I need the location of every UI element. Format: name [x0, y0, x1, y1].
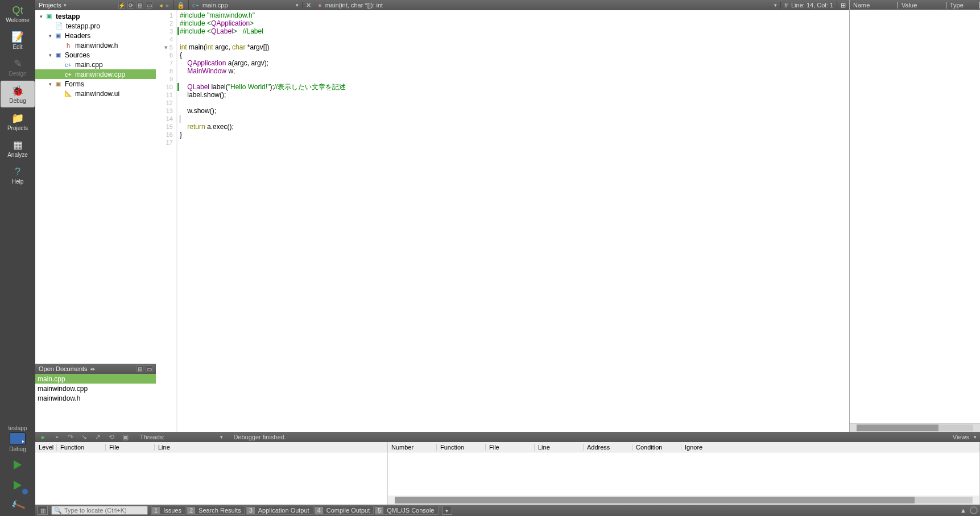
hscrollbar[interactable] — [850, 423, 980, 432]
col-value[interactable]: Value — [898, 2, 946, 9]
col-file[interactable]: File — [486, 444, 535, 451]
output-tab[interactable]: 1Issues — [151, 506, 185, 515]
continue-icon[interactable]: ▸ — [39, 433, 48, 441]
doc-item-label: mainwindow.cpp — [38, 385, 88, 393]
kit-selector[interactable]: testapp ▸ Debug — [0, 423, 35, 455]
tree-root[interactable]: ▾ ▣ testapp — [35, 11, 156, 21]
split-icon[interactable]: ▭ — [146, 2, 152, 9]
doc-item[interactable]: main.cpp — [35, 374, 156, 384]
mode-analyze[interactable]: ▦ Analyze — [0, 135, 35, 161]
step-over-icon[interactable]: ↷ — [66, 433, 75, 441]
record-icon[interactable]: ▣ — [121, 433, 130, 441]
output-tab-num: 3 — [247, 507, 255, 514]
col-line[interactable]: Line — [155, 444, 387, 451]
close-tab-icon[interactable]: ▾ — [442, 506, 452, 515]
col-line[interactable]: Line — [535, 444, 584, 451]
collapse-icon[interactable]: ▾ — [38, 14, 44, 19]
mode-design[interactable]: ✎ Design — [0, 53, 35, 80]
stack-view[interactable]: Level Function File Line — [35, 442, 388, 505]
tree-sources[interactable]: ▾ ▣ Sources — [35, 50, 156, 60]
tree-file[interactable]: c+ main.cpp — [35, 60, 156, 69]
kit-config-label: Debug — [0, 446, 35, 452]
views-label[interactable]: Views — [953, 434, 969, 440]
play-icon — [14, 460, 22, 469]
output-tab[interactable]: 5QML/JS Console — [375, 506, 438, 515]
editor-symbol[interactable]: main(int, char *[]): int — [325, 2, 383, 9]
filter-icon[interactable]: ⚡ — [118, 2, 125, 9]
add-icon[interactable]: ⊞ — [137, 2, 143, 9]
hscrollbar[interactable] — [388, 496, 979, 505]
bug-icon: 🐞 — [10, 84, 25, 98]
output-tab[interactable]: 2Search Results — [187, 506, 245, 515]
collapse-icon[interactable]: ▾ — [47, 81, 53, 87]
col-function[interactable]: Function — [437, 444, 486, 451]
folder-h-icon: ▣ — [53, 32, 63, 40]
chevron-down-icon[interactable]: ◂▸ — [90, 366, 96, 372]
tree-file[interactable]: c+ mainwindow.cpp — [35, 69, 156, 79]
tree-headers[interactable]: ▾ ▣ Headers — [35, 31, 156, 40]
forward-icon[interactable]: ▸ — [166, 2, 169, 9]
tree-forms[interactable]: ▾ ▣ Forms — [35, 79, 156, 89]
open-docs-list[interactable]: main.cpp mainwindow.cpp mainwindow.h — [35, 374, 156, 432]
doc-item[interactable]: mainwindow.h — [35, 393, 156, 403]
mode-help[interactable]: ? Help — [0, 161, 35, 188]
mode-debug[interactable]: 🐞 Debug — [1, 81, 35, 107]
collapse-icon[interactable]: ▾ — [47, 52, 53, 58]
breakpoints-view[interactable]: Number Function File Line Address Condit… — [388, 442, 980, 505]
mode-welcome[interactable]: Qt Welcome — [0, 0, 35, 27]
doc-item-label: mainwindow.h — [38, 394, 80, 402]
mode-projects[interactable]: 📁 Projects — [0, 108, 35, 135]
status-bar: ▥ 🔍 Type to locate (Ctrl+K) 1Issues2Sear… — [35, 505, 980, 516]
run-debug-button[interactable] — [10, 477, 26, 493]
restart-icon[interactable]: ⟲ — [107, 433, 116, 441]
step-into-icon[interactable]: ↘ — [80, 433, 89, 441]
col-type[interactable]: Type — [946, 2, 980, 9]
stop-icon[interactable]: ▪ — [52, 433, 61, 441]
output-tab[interactable]: 3Application Output — [246, 506, 313, 515]
col-level[interactable]: Level — [35, 444, 57, 451]
chevron-down-icon[interactable]: ▾ — [974, 434, 977, 440]
close-panel-icon[interactable]: ▭ — [146, 365, 152, 372]
back-icon[interactable]: ◂ — [159, 2, 163, 9]
output-tab-num: 1 — [152, 507, 160, 514]
add-icon[interactable]: ⊞ — [137, 365, 143, 372]
expand-icon[interactable]: ▲ — [960, 507, 966, 514]
chevron-down-icon[interactable]: ▾ — [296, 2, 299, 8]
col-condition[interactable]: Condition — [632, 444, 681, 451]
mode-welcome-label: Welcome — [6, 17, 30, 23]
col-address[interactable]: Address — [584, 444, 632, 451]
step-out-icon[interactable]: ↗ — [93, 433, 102, 441]
editor-toolbar: ◂ ▸ 🔒 c+ main.cpp ▾ ✕ ● main(int, char *… — [156, 0, 849, 10]
tree-file[interactable]: 📐 mainwindow.ui — [35, 89, 156, 98]
line-col-label[interactable]: Line: 14, Col: 1 — [791, 2, 833, 9]
tree-file[interactable]: h mainwindow.h — [35, 40, 156, 50]
split-icon[interactable]: ⊞ — [841, 2, 846, 9]
tree-pro[interactable]: 📄 testapp.pro — [35, 21, 156, 31]
editor-filename[interactable]: main.cpp — [202, 2, 228, 9]
run-button[interactable] — [10, 457, 26, 473]
chevron-down-icon[interactable]: ▾ — [64, 2, 67, 8]
col-name[interactable]: Name — [850, 2, 898, 9]
code-area[interactable]: #include "mainwindow.h" #include <QAppli… — [177, 10, 849, 432]
col-ignore[interactable]: Ignore — [681, 444, 979, 451]
line-gutter[interactable]: 1 2 3 4▾ 5 6 7 8 9 10 11 12 13 14 15 16 … — [156, 10, 177, 432]
build-button[interactable]: 🔨 — [10, 498, 26, 514]
col-function[interactable]: Function — [57, 444, 106, 451]
output-tab[interactable]: 4Compile Output — [315, 506, 374, 515]
close-icon[interactable]: ✕ — [306, 2, 311, 9]
chevron-down-icon[interactable]: ▾ — [774, 2, 777, 8]
toggle-sidebar-icon[interactable]: ▥ — [38, 506, 48, 515]
project-tree[interactable]: ▾ ▣ testapp 📄 testapp.pro ▾ ▣ Headers h … — [35, 10, 156, 364]
col-file[interactable]: File — [106, 444, 155, 451]
locals-view[interactable] — [850, 10, 980, 423]
sync-icon[interactable]: ⟳ — [127, 2, 134, 9]
mode-edit[interactable]: 📝 Edit — [0, 27, 35, 53]
collapse-icon[interactable]: ▾ — [47, 33, 53, 39]
col-number[interactable]: Number — [388, 444, 437, 451]
chevron-down-icon[interactable]: ▾ — [220, 434, 223, 440]
doc-item[interactable]: mainwindow.cpp — [35, 384, 156, 393]
locator-input[interactable]: 🔍 Type to locate (Ctrl+K) — [51, 506, 148, 515]
progress-icon[interactable] — [970, 506, 978, 514]
lock-icon[interactable]: 🔒 — [177, 2, 185, 9]
code-editor[interactable]: 1 2 3 4▾ 5 6 7 8 9 10 11 12 13 14 15 16 … — [156, 10, 849, 432]
